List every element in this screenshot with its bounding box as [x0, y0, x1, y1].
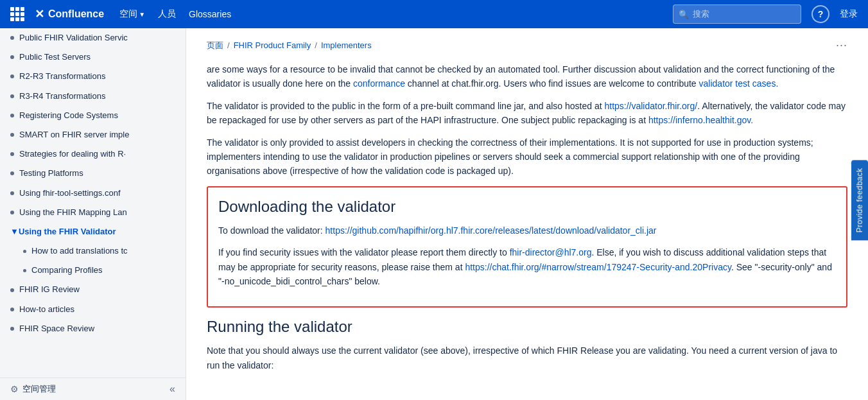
nav-space[interactable]: 空间 ▼: [114, 6, 150, 22]
content-area: 页面 / FHIR Product Family / Implementers …: [186, 28, 868, 400]
intro-paragraph: are some ways for a resource to be inval…: [207, 62, 847, 91]
inferno-link[interactable]: https://inferno.healthit.gov.: [648, 115, 753, 125]
nav-menu: 空间 ▼ 人员 Glossaries: [114, 6, 236, 22]
bullet-icon: [10, 152, 14, 156]
sidebar-item-using-mapping[interactable]: Using the FHIR Mapping Lan: [0, 203, 186, 222]
sidebar-item-label: Public FHIR Validation Servic: [19, 32, 128, 44]
sidebar-item-using-tool-settings[interactable]: Using fhir-tool-settings.conf: [0, 184, 186, 203]
confluence-logo[interactable]: ✕ Confluence: [35, 7, 104, 21]
conformance-link[interactable]: conformance: [353, 78, 405, 89]
sidebar-item-r3r4[interactable]: R3-R4 Transformations: [0, 87, 186, 106]
bullet-icon: [10, 211, 14, 214]
sidebar-item-label: R3-R4 Transformations: [19, 91, 105, 102]
bullet-icon: [10, 327, 14, 331]
nav-glossaries[interactable]: Glossaries: [184, 6, 236, 22]
validator-test-cases-link[interactable]: validator test cases.: [699, 78, 779, 89]
sidebar-item-fhir-space-review[interactable]: FHIR Space Review: [0, 319, 186, 338]
para2: The validator is provided to the public …: [207, 99, 847, 128]
security-email-link[interactable]: fhir-director@hl7.org: [510, 247, 592, 257]
logo-x: ✕: [35, 7, 44, 21]
sidebar: Public FHIR Validation ServicPublic Test…: [0, 28, 186, 400]
space-management-label[interactable]: 空间管理: [22, 383, 56, 395]
sidebar-bottom: ⚙ 空间管理 «: [0, 378, 186, 400]
sidebar-item-public-fhir[interactable]: Public FHIR Validation Servic: [0, 28, 186, 48]
bullet-icon: [10, 288, 14, 292]
login-button[interactable]: 登录: [840, 8, 858, 20]
sidebar-item-label: How to add translations tc: [31, 245, 128, 257]
security-paragraph: If you find security issues with the val…: [218, 245, 836, 288]
bullet-icon: [10, 36, 14, 40]
sidebar-item-how-to-articles[interactable]: How-to articles: [0, 300, 186, 319]
help-button[interactable]: ?: [812, 5, 829, 23]
bullet-icon: [23, 269, 26, 272]
sidebar-item-label: R2-R3 Transformations: [19, 71, 105, 82]
sidebar-item-label: Strategies for dealing with R·: [19, 148, 126, 160]
sidebar-item-smart[interactable]: SMART on FHIR server imple: [0, 125, 186, 144]
bullet-icon: [10, 133, 14, 137]
sidebar-item-label: SMART on FHIR server imple: [19, 129, 129, 141]
sidebar-resize-handle[interactable]: [183, 28, 186, 400]
search-box[interactable]: 🔍 搜索: [673, 4, 801, 24]
breadcrumb: 页面 / FHIR Product Family / Implementers …: [207, 39, 847, 52]
para3: The validator is only provided to assist…: [207, 135, 847, 178]
sidebar-item-label: Testing Platforms: [19, 168, 83, 179]
sidebar-item-registering[interactable]: Registering Code Systems: [0, 106, 186, 125]
download-link[interactable]: https://github.com/hapifhir/org.hl7.fhir…: [326, 225, 657, 236]
breadcrumb-page[interactable]: 页面: [207, 40, 223, 51]
bullet-icon: [10, 55, 14, 59]
space-icon: ⚙: [10, 384, 19, 394]
nav-people[interactable]: 人员: [153, 6, 181, 22]
running-heading: Running the validator: [207, 318, 847, 336]
search-placeholder: 搜索: [693, 8, 709, 20]
breadcrumb-implementers[interactable]: Implementers: [321, 40, 372, 50]
sidebar-item-testing-platforms[interactable]: Testing Platforms: [0, 164, 186, 183]
bullet-icon: [10, 114, 14, 117]
sidebar-item-label: Comparing Profiles: [31, 265, 103, 276]
bullet-icon: [23, 250, 26, 253]
sidebar-item-label: FHIR Space Review: [19, 323, 94, 335]
breadcrumb-fhir-product[interactable]: FHIR Product Family: [234, 40, 311, 50]
download-paragraph: To download the validator: https://githu…: [218, 223, 836, 238]
collapse-sidebar-button[interactable]: «: [169, 383, 175, 395]
validator-url-link[interactable]: https://validator.fhir.org/: [604, 101, 697, 111]
feedback-tab[interactable]: Provide feedback: [851, 160, 868, 240]
sidebar-item-fhir-ig-review[interactable]: FHIR IG Review: [0, 280, 186, 299]
sidebar-item-using-validator[interactable]: ▼ Using the FHIR Validator: [0, 222, 186, 241]
search-icon: 🔍: [679, 10, 689, 19]
sidebar-item-label: Using the FHIR Mapping Lan: [19, 207, 127, 218]
sidebar-item-comparing-profiles[interactable]: Comparing Profiles: [0, 261, 186, 280]
main-layout: Public FHIR Validation ServicPublic Test…: [0, 28, 868, 400]
sidebar-item-label: How-to articles: [19, 304, 74, 315]
sidebar-item-label: Public Test Servers: [19, 51, 91, 63]
apps-icon[interactable]: [10, 7, 24, 21]
sidebar-item-label: Using fhir-tool-settings.conf: [19, 187, 121, 199]
top-navigation: ✕ Confluence 空间 ▼ 人员 Glossaries 🔍 搜索 ? 登…: [0, 0, 868, 28]
sidebar-item-label: Using the FHIR Validator: [19, 226, 116, 238]
intro-text2: channel at chat.fhir.org. Users who find…: [405, 78, 699, 89]
bullet-icon: [10, 308, 14, 311]
chevron-down-icon: ▼: [139, 11, 145, 18]
bullet-icon: [10, 171, 14, 175]
downloading-section: Downloading the validator To download th…: [207, 186, 847, 308]
bullet-icon: [10, 191, 14, 195]
downloading-heading: Downloading the validator: [218, 198, 836, 216]
sidebar-item-strategies[interactable]: Strategies for dealing with R·: [0, 144, 186, 164]
sidebar-item-label: Registering Code Systems: [19, 110, 118, 121]
arrow-icon: ▼: [10, 226, 19, 238]
sidebar-item-r2r3[interactable]: R2-R3 Transformations: [0, 67, 186, 86]
sidebar-item-public-test[interactable]: Public Test Servers: [0, 48, 186, 67]
running-paragraph: Note that you should always use the curr…: [207, 343, 847, 372]
bullet-icon: [10, 74, 14, 78]
sidebar-item-how-to-add[interactable]: How to add translations tc: [0, 241, 186, 261]
logo-text: Confluence: [48, 8, 104, 20]
breadcrumb-more-options[interactable]: ···: [836, 39, 847, 52]
bullet-icon: [10, 94, 14, 98]
sidebar-item-label: FHIR IG Review: [19, 284, 80, 295]
security-url-link[interactable]: https://chat.fhir.org/#narrow/stream/179…: [465, 262, 731, 272]
